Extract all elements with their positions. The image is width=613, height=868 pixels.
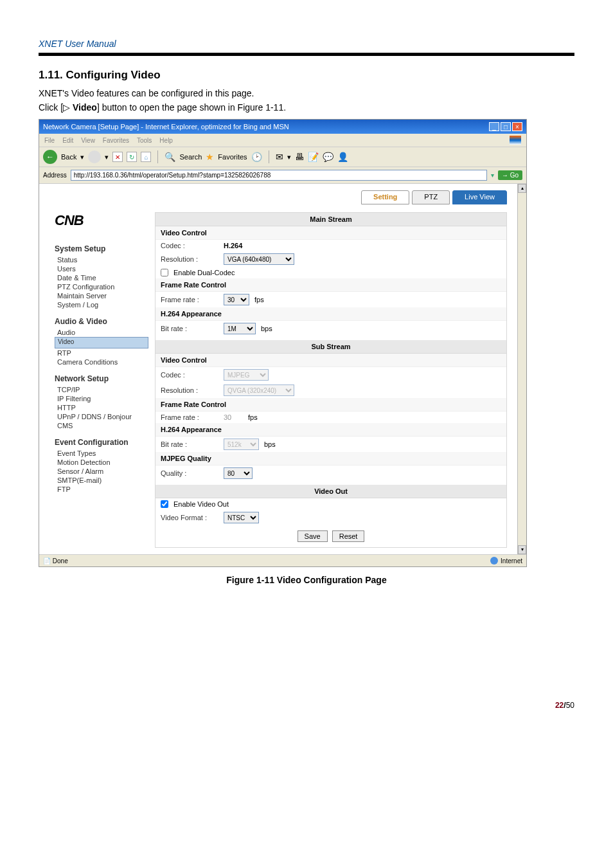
screenshot: Network Camera [Setup Page] - Internet E… <box>39 119 527 567</box>
label-codec1: Codec : <box>161 242 218 249</box>
label-dualcodec: Enable Dual-Codec <box>173 269 235 276</box>
window-title: Network Camera [Setup Page] - Internet E… <box>43 123 289 131</box>
go-label: Go <box>510 172 519 179</box>
select-resolution1[interactable]: VGA (640x480) <box>224 253 294 265</box>
sidebar-item-tcpip[interactable]: TCP/IP <box>55 385 148 394</box>
discuss-icon[interactable]: 💬 <box>323 152 333 162</box>
label-resolution2: Resolution : <box>161 386 218 394</box>
sidebar-group-event: Event Configuration <box>55 438 148 447</box>
window-buttons: _ □ × <box>489 122 522 131</box>
sidebar-item-ftp[interactable]: FTP <box>55 485 148 494</box>
label-bitrate1: Bit rate : <box>161 325 218 332</box>
sidebar-item-cms[interactable]: CMS <box>55 421 148 430</box>
back-button[interactable]: ← <box>43 150 57 164</box>
sidebar-item-sensor[interactable]: Sensor / Alarm <box>55 467 148 476</box>
ie-address-bar: Address ▾ → Go <box>39 167 526 184</box>
save-button[interactable]: Save <box>298 530 328 542</box>
favorites-icon[interactable]: ★ <box>206 152 214 162</box>
minimize-button[interactable]: _ <box>489 122 499 131</box>
ie-menu-bar[interactable]: File Edit View Favorites Tools Help <box>39 134 526 147</box>
select-resolution2: QVGA (320x240) <box>224 384 294 396</box>
value-framerate2: 30 <box>224 413 243 421</box>
sidebar-item-users[interactable]: Users <box>55 264 148 273</box>
scrollbar[interactable]: ▴ ▾ <box>517 184 526 554</box>
select-bitrate1[interactable]: 1M <box>224 323 256 334</box>
sidebar-item-ptzconfig[interactable]: PTZ Configuration <box>55 282 148 291</box>
page-current: 22 <box>555 701 564 710</box>
label-framerate2: Frame rate : <box>161 413 218 421</box>
select-videoformat[interactable]: NTSC <box>224 512 259 523</box>
search-icon[interactable]: 🔍 <box>164 152 175 162</box>
sidebar-item-camera[interactable]: Camera Conditions <box>55 357 148 366</box>
page-footer: 22 / 50 <box>39 701 574 710</box>
menu-view[interactable]: View <box>81 137 95 144</box>
sidebar-group-system: System Setup <box>55 244 148 253</box>
sidebar-item-motion[interactable]: Motion Detection <box>55 458 148 467</box>
sidebar-item-smtp[interactable]: SMTP(E-mail) <box>55 476 148 485</box>
sidebar-item-audio[interactable]: Audio <box>55 328 148 337</box>
sidebar-item-maintain[interactable]: Maintain Server <box>55 291 148 300</box>
select-codec2: MJPEG <box>224 369 269 381</box>
tab-setting[interactable]: Setting <box>361 190 409 204</box>
sidebar-group-network: Network Setup <box>55 374 148 383</box>
edit-icon[interactable]: 📝 <box>308 152 319 162</box>
home-button[interactable]: ⌂ <box>141 152 151 162</box>
go-button[interactable]: → Go <box>498 170 522 180</box>
address-input[interactable] <box>71 170 487 181</box>
intro-post: ] button to open the page shown in Figur… <box>97 102 286 113</box>
divider <box>39 53 574 56</box>
history-icon[interactable]: 🕑 <box>251 152 262 162</box>
sidebar-item-datetime[interactable]: Date & Time <box>55 273 148 282</box>
scroll-down-icon[interactable]: ▾ <box>518 545 526 554</box>
close-button[interactable]: × <box>512 122 522 131</box>
sidebar-item-eventtypes[interactable]: Event Types <box>55 449 148 458</box>
logo: CNB <box>55 212 148 229</box>
mail-icon[interactable]: ✉ <box>276 152 283 162</box>
sidebar-item-video[interactable]: Video <box>55 337 148 348</box>
reset-button[interactable]: Reset <box>332 530 365 542</box>
menu-favorites[interactable]: Favorites <box>103 137 129 144</box>
doc-header: XNET User Manual <box>39 39 574 49</box>
forward-button[interactable] <box>88 150 101 163</box>
sidebar-item-rtp[interactable]: RTP <box>55 348 148 357</box>
label-quality: Quality : <box>161 469 218 477</box>
checkbox-videoout[interactable] <box>161 500 168 508</box>
status-done: Done <box>53 557 68 565</box>
select-framerate1[interactable]: 30 <box>224 294 249 305</box>
settings-panel: Main Stream Video Control Codec :H.264 R… <box>155 212 507 548</box>
status-bar: 📄 Done Internet <box>39 554 526 566</box>
heading-mjpegq: MJPEG Quality <box>155 452 506 466</box>
sidebar-item-upnp[interactable]: UPnP / DDNS / Bonjour <box>55 412 148 421</box>
sidebar-group-av: Audio & Video <box>55 317 148 326</box>
tab-ptz[interactable]: PTZ <box>412 190 450 204</box>
menu-edit[interactable]: Edit <box>62 137 73 144</box>
checkbox-dualcodec[interactable] <box>161 269 168 276</box>
scroll-up-icon[interactable]: ▴ <box>518 184 526 193</box>
menu-file[interactable]: File <box>44 137 55 144</box>
section-title: 1.11. Configuring Video <box>39 69 574 82</box>
stop-button[interactable]: ✕ <box>112 152 123 162</box>
intro-pre: Click [▷ <box>39 102 73 113</box>
messenger-icon[interactable]: 👤 <box>337 152 348 162</box>
menu-tools[interactable]: Tools <box>137 137 152 144</box>
print-icon[interactable]: 🖶 <box>295 152 304 162</box>
page-body: Setting PTZ Live View CNB System Setup S… <box>39 184 526 554</box>
menu-help[interactable]: Help <box>159 137 173 144</box>
search-label: Search <box>179 153 202 161</box>
go-dropdown-icon[interactable]: ▾ <box>491 172 494 179</box>
tab-live[interactable]: Live View <box>452 190 507 204</box>
window-titlebar: Network Camera [Setup Page] - Internet E… <box>39 120 526 134</box>
sidebar-item-http[interactable]: HTTP <box>55 403 148 412</box>
back-label: Back <box>61 153 76 161</box>
figure-caption: Figure 1-11 Video Configuration Page <box>39 575 574 585</box>
label-codec2: Codec : <box>161 371 218 379</box>
sidebar-item-ipfilter[interactable]: IP Filtering <box>55 394 148 403</box>
label-fps1: fps <box>254 296 264 303</box>
value-codec1: H.264 <box>224 242 242 249</box>
refresh-button[interactable]: ↻ <box>127 152 137 162</box>
heading-frc1: Frame Rate Control <box>155 278 506 292</box>
select-quality[interactable]: 80 <box>224 467 253 479</box>
sidebar-item-status[interactable]: Status <box>55 255 148 264</box>
sidebar-item-systemlog[interactable]: System / Log <box>55 300 148 309</box>
maximize-button[interactable]: □ <box>501 122 511 131</box>
